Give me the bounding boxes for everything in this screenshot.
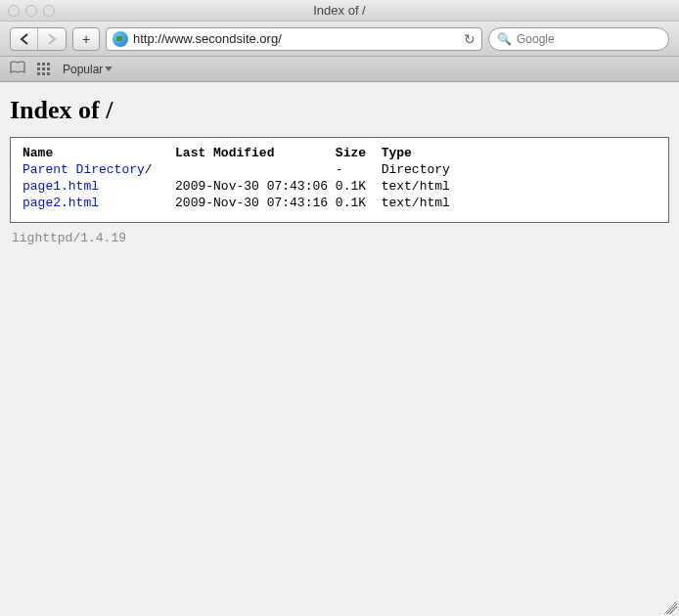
bookmarks-bar: Popular (0, 57, 679, 82)
page-title: Index of / (10, 96, 669, 125)
window-title: Index of / (0, 3, 679, 18)
plus-icon: + (82, 31, 90, 47)
reload-icon[interactable]: ↻ (464, 31, 475, 47)
file-link[interactable]: page2.html (23, 196, 99, 210)
titlebar: Index of / (0, 0, 679, 22)
globe-icon (113, 31, 128, 47)
forward-button[interactable] (38, 28, 66, 50)
file-link[interactable]: page1.html (23, 179, 99, 194)
back-button[interactable] (11, 28, 38, 50)
server-signature: lighttpd/1.4.19 (10, 231, 669, 245)
url-bar[interactable]: ↻ (106, 27, 482, 51)
page-content: Index of / Name Last Modified Size Type … (0, 82, 679, 616)
zoom-window-button[interactable] (43, 5, 55, 17)
add-bookmark-button[interactable]: + (72, 27, 100, 51)
close-window-button[interactable] (8, 5, 20, 17)
url-input[interactable] (133, 31, 459, 46)
nav-buttons (10, 27, 67, 51)
top-sites-icon[interactable] (37, 63, 51, 76)
chevron-down-icon (105, 66, 113, 71)
search-input[interactable] (517, 32, 663, 46)
toolbar: + ↻ 🔍 (0, 22, 679, 57)
search-icon: 🔍 (497, 32, 512, 46)
directory-listing: Name Last Modified Size Type Parent Dire… (10, 137, 669, 223)
popular-label: Popular (63, 63, 103, 76)
minimize-window-button[interactable] (25, 5, 37, 17)
reading-list-icon[interactable] (10, 61, 25, 77)
resize-grip[interactable] (663, 600, 677, 614)
parent-directory-link[interactable]: Parent Directory (23, 162, 145, 177)
bookmarks-popular[interactable]: Popular (63, 63, 113, 76)
search-bar[interactable]: 🔍 (488, 27, 669, 51)
